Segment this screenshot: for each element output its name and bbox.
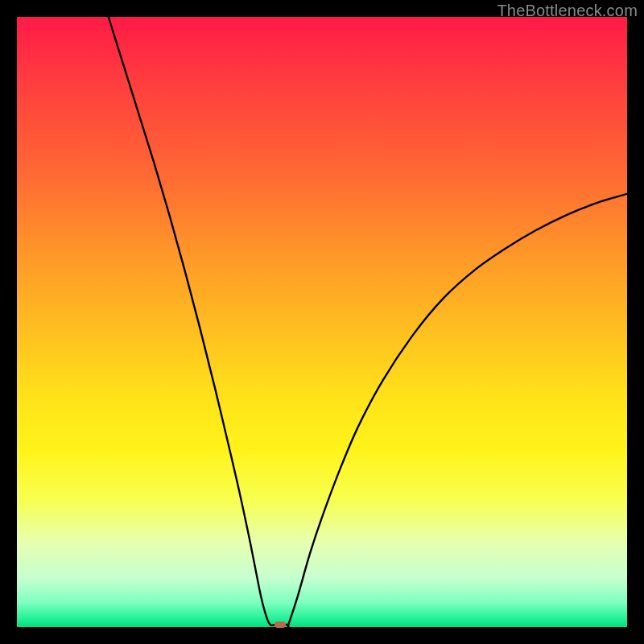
chart-plot-area	[17, 17, 627, 627]
bottleneck-curve	[17, 17, 627, 627]
optimal-point-marker	[275, 621, 286, 628]
watermark-text: TheBottleneck.com	[497, 2, 638, 20]
